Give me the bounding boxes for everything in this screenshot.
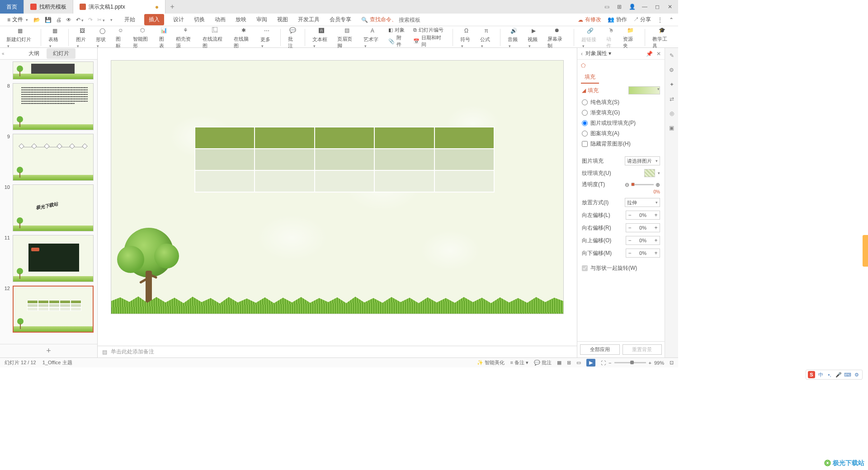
strip-help-icon[interactable]: ▣ <box>669 125 674 131</box>
share-button[interactable]: ↗ 分享 <box>633 16 651 24</box>
status-notes[interactable]: ≡ 备注 ▾ <box>510 359 528 366</box>
smart-beautify[interactable]: ✨ 智能美化 <box>477 359 505 366</box>
slide-table[interactable] <box>194 127 495 193</box>
search-input[interactable] <box>399 17 444 23</box>
user-avatar-icon[interactable]: 👤 <box>628 3 636 10</box>
notes-pane[interactable]: ▤ 单击此处添加备注 <box>98 346 577 357</box>
view-slideshow-icon[interactable]: ▶ <box>586 359 595 367</box>
tab-review[interactable]: 审阅 <box>255 14 268 25</box>
slide-thumb-11[interactable] <box>13 235 94 282</box>
view-reading-icon[interactable]: ▭ <box>576 360 581 366</box>
insert-attachment[interactable]: 📎 附件 <box>388 34 406 48</box>
tab-member[interactable]: 会员专享 <box>329 14 352 25</box>
slide-thumb-10[interactable]: 极光下载站 <box>13 184 94 231</box>
status-comments[interactable]: 💬 批注 <box>534 359 552 366</box>
insert-more[interactable]: ⋯更多▾ <box>259 26 275 48</box>
tab-slideshow[interactable]: 放映 <box>235 14 247 25</box>
insert-mindmap[interactable]: ✱在线脑图 <box>232 26 255 49</box>
fill-hidebg-check[interactable]: 隐藏背景图形(H) <box>582 139 660 149</box>
pane-close-icon[interactable]: ✕ <box>656 51 661 57</box>
fill-pattern-radio[interactable]: 图案填充(A) <box>582 128 660 139</box>
offset-top-spin[interactable]: −0%+ <box>626 236 660 245</box>
canvas-scroll[interactable] <box>98 48 577 346</box>
tab-document[interactable]: 演示文稿1.pptx ● <box>73 0 165 14</box>
maximize-icon[interactable]: ◻ <box>654 3 661 10</box>
panel-collapse-icon[interactable]: « <box>2 51 5 56</box>
insert-docer[interactable]: ⚘稻壳资源 <box>174 26 197 49</box>
open-icon[interactable]: 📂 <box>33 17 40 23</box>
undo-icon[interactable]: ↶▾ <box>76 17 84 23</box>
strip-design-icon[interactable]: ✎ <box>670 52 674 59</box>
insert-audio[interactable]: 🔊音频▾ <box>506 26 522 48</box>
transparency-slider[interactable]: ⊖⊕ <box>625 182 660 188</box>
insert-symbol[interactable]: Ω符号▾ <box>458 26 475 48</box>
texture-swatch[interactable] <box>644 169 655 177</box>
insert-flowchart[interactable]: ⿺在线流程图 <box>201 26 228 49</box>
close-icon[interactable]: ✕ <box>666 3 674 10</box>
tab-transition[interactable]: 切换 <box>193 14 206 25</box>
placement-select[interactable]: 拉伸▾ <box>625 198 660 207</box>
slides-tab[interactable]: 幻灯片 <box>47 48 75 59</box>
zoom-fit-icon[interactable]: ⛶ <box>601 360 606 366</box>
insert-shape[interactable]: ◯形状▾ <box>94 26 110 48</box>
minimize-icon[interactable]: — <box>641 3 648 10</box>
insert-header-footer[interactable]: ▤页眉页脚 <box>335 26 359 49</box>
insert-resource[interactable]: 📁资源夹 <box>621 26 639 49</box>
view-sorter-icon[interactable]: ⊞ <box>567 360 571 366</box>
tab-design[interactable]: 设计 <box>172 14 185 25</box>
fill-solid-radio[interactable]: 纯色填充(S) <box>582 97 660 108</box>
qat-more[interactable]: ▾ <box>110 18 113 22</box>
slide-thumb-8[interactable]: ■■■■■■■■■■■■■■■■■■■■■■■■■■■■■■■■■■■■■■■■… <box>13 83 94 130</box>
insert-picture[interactable]: 🖼图片▾ <box>74 26 90 48</box>
insert-formula[interactable]: π公式▾ <box>478 26 495 48</box>
insert-slide-number[interactable]: ⧉ 幻灯片编号 <box>413 27 443 33</box>
save-icon[interactable]: 💾 <box>45 17 52 23</box>
tab-template[interactable]: 找稻壳模板 <box>24 0 73 14</box>
new-slide-button[interactable]: ▦新建幻灯片▾ <box>5 26 35 48</box>
fill-section-header[interactable]: ◢填充 ▾ <box>582 86 660 94</box>
tab-animation[interactable]: 动画 <box>214 14 226 25</box>
notes-placeholder[interactable]: 单击此处添加备注 <box>111 348 154 356</box>
insert-smartart[interactable]: ⬡智能图形 <box>131 26 154 49</box>
new-tab-button[interactable]: + <box>165 0 179 14</box>
apps-icon[interactable]: ⊞ <box>616 3 623 10</box>
slide-thumb-12[interactable] <box>13 286 94 333</box>
file-menu[interactable]: ≡ 文件▾ <box>5 15 31 24</box>
insert-chart[interactable]: 📊图表 <box>157 26 170 49</box>
insert-object[interactable]: ◧ 对象 <box>388 27 405 33</box>
strip-settings-icon[interactable]: ⚙ <box>669 67 674 73</box>
picture-fill-select[interactable]: 请选择图片▾ <box>625 156 660 165</box>
slide-thumbnails[interactable]: 8■■■■■■■■■■■■■■■■■■■■■■■■■■■■■■■■■■■■■■■… <box>0 60 97 344</box>
insert-icon[interactable]: ☺图标 <box>114 26 127 49</box>
pane-pin-icon[interactable]: 📌 <box>646 51 653 57</box>
outline-tab[interactable]: 大纲 <box>22 48 46 59</box>
fit-window-icon[interactable]: ⊡ <box>670 360 674 366</box>
slide-thumb-9[interactable] <box>13 134 94 181</box>
zoom-value[interactable]: 99% <box>654 360 664 366</box>
command-search[interactable]: 🔍 查找命令、 <box>361 16 444 24</box>
slide-canvas[interactable] <box>111 61 563 314</box>
slide-thumb-7[interactable] <box>13 61 94 80</box>
zoom-control[interactable]: ⛶ − + 99% <box>601 360 664 366</box>
ribbon-collapse-icon[interactable]: ⌃ <box>669 17 674 23</box>
tab-insert[interactable]: 插入 <box>144 14 164 25</box>
offset-right-spin[interactable]: −0%+ <box>626 223 660 232</box>
tab-home[interactable]: 首页 <box>0 0 24 14</box>
print-preview-icon[interactable]: 👁 <box>66 17 71 23</box>
tab-start[interactable]: 开始 <box>123 14 136 25</box>
view-normal-icon[interactable]: ▦ <box>557 360 561 366</box>
fill-swatch[interactable]: ▾ <box>628 86 660 94</box>
reading-layout-icon[interactable]: ▭ <box>603 3 610 10</box>
zoom-out-icon[interactable]: − <box>609 360 611 366</box>
offset-bottom-spin[interactable]: −0%+ <box>626 249 660 258</box>
insert-comment[interactable]: 💬批注 <box>286 26 299 49</box>
menu-more-icon[interactable]: ⋮ <box>657 17 663 23</box>
insert-datetime[interactable]: 📅 日期和时间 <box>413 34 445 48</box>
zoom-in-icon[interactable]: + <box>649 360 651 366</box>
offset-left-spin[interactable]: −0%+ <box>626 211 660 220</box>
fill-picture-radio[interactable]: 图片或纹理填充(P) <box>582 118 660 128</box>
fill-gradient-radio[interactable]: 渐变填充(G) <box>582 108 660 118</box>
redo-icon[interactable]: ↷ <box>88 17 93 23</box>
insert-screen-record[interactable]: ⏺屏幕录制 <box>546 26 569 49</box>
insert-video[interactable]: ▶视频▾ <box>526 26 542 48</box>
